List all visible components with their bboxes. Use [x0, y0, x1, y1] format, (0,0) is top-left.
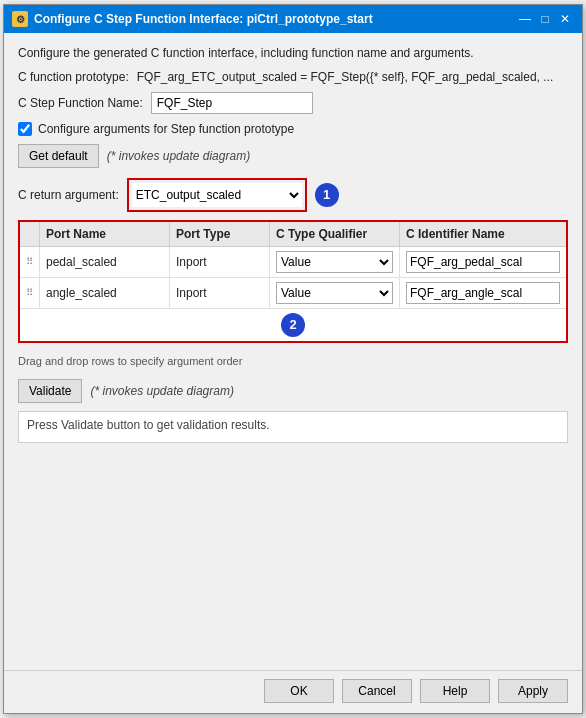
content-area: Configure the generated C function inter…: [4, 33, 582, 670]
cancel-button[interactable]: Cancel: [342, 679, 412, 703]
drag-handle-2[interactable]: ⠿: [20, 278, 40, 308]
header-port-type: Port Type: [170, 222, 270, 246]
return-arg-dropdown-box: ETC_output_scaled: [127, 178, 307, 212]
port-type-2: Inport: [170, 278, 270, 308]
table-row: ⠿ pedal_scaled Inport Value: [20, 247, 566, 278]
prototype-value: FQF_arg_ETC_output_scaled = FQF_Step({* …: [137, 70, 554, 84]
configure-args-checkbox[interactable]: [18, 122, 32, 136]
header-port-name: Port Name: [40, 222, 170, 246]
qualifier-cell-1: Value: [270, 247, 400, 277]
return-arg-section: C return argument: ETC_output_scaled 1: [18, 178, 568, 212]
invoke-text-1: (* invokes update diagram): [107, 149, 250, 163]
drag-hint: Drag and drop rows to specify argument o…: [18, 355, 568, 367]
title-bar-left: ⚙ Configure C Step Function Interface: p…: [12, 11, 373, 27]
validate-button[interactable]: Validate: [18, 379, 82, 403]
ok-button[interactable]: OK: [264, 679, 334, 703]
header-drag: [20, 222, 40, 246]
window-title: Configure C Step Function Interface: piC…: [34, 12, 373, 26]
header-qualifier: C Type Qualifier: [270, 222, 400, 246]
identifier-cell-2: [400, 278, 566, 308]
badge-1: 1: [315, 183, 339, 207]
step-name-input[interactable]: [151, 92, 313, 114]
close-button[interactable]: ✕: [556, 10, 574, 28]
validation-box: Press Validate button to get validation …: [18, 411, 568, 443]
step-name-label: C Step Function Name:: [18, 96, 143, 110]
identifier-input-2[interactable]: [406, 282, 560, 304]
table-row: ⠿ angle_scaled Inport Value: [20, 278, 566, 309]
table-section: Port Name Port Type C Type Qualifier C I…: [18, 220, 568, 343]
prototype-row: C function prototype: FQF_arg_ETC_output…: [18, 70, 568, 84]
configure-args-label: Configure arguments for Step function pr…: [38, 122, 294, 136]
step-name-row: C Step Function Name:: [18, 92, 568, 114]
get-default-button[interactable]: Get default: [18, 144, 99, 168]
port-name-2: angle_scaled: [40, 278, 170, 308]
qualifier-select-1[interactable]: Value: [276, 251, 393, 273]
return-arg-select[interactable]: ETC_output_scaled: [132, 183, 302, 207]
window-icon: ⚙: [12, 11, 28, 27]
title-bar: ⚙ Configure C Step Function Interface: p…: [4, 5, 582, 33]
invoke-text-2: (* invokes update diagram): [90, 384, 233, 398]
identifier-cell-1: [400, 247, 566, 277]
port-name-1: pedal_scaled: [40, 247, 170, 277]
get-default-row: Get default (* invokes update diagram): [18, 144, 568, 168]
validate-row: Validate (* invokes update diagram): [18, 379, 568, 403]
title-bar-controls: — □ ✕: [516, 10, 574, 28]
minimize-button[interactable]: —: [516, 10, 534, 28]
identifier-input-1[interactable]: [406, 251, 560, 273]
description-text: Configure the generated C function inter…: [18, 45, 568, 62]
prototype-label: C function prototype:: [18, 70, 129, 84]
maximize-button[interactable]: □: [536, 10, 554, 28]
validation-message: Press Validate button to get validation …: [27, 418, 270, 432]
header-identifier: C Identifier Name: [400, 222, 566, 246]
footer: OK Cancel Help Apply: [4, 670, 582, 713]
apply-button[interactable]: Apply: [498, 679, 568, 703]
qualifier-cell-2: Value: [270, 278, 400, 308]
drag-handle-1[interactable]: ⠿: [20, 247, 40, 277]
port-type-1: Inport: [170, 247, 270, 277]
qualifier-select-2[interactable]: Value: [276, 282, 393, 304]
checkbox-row: Configure arguments for Step function pr…: [18, 122, 568, 136]
badge-2: 2: [281, 313, 305, 337]
badge-row: 2: [20, 309, 566, 341]
main-window: ⚙ Configure C Step Function Interface: p…: [3, 4, 583, 714]
help-button[interactable]: Help: [420, 679, 490, 703]
table-header: Port Name Port Type C Type Qualifier C I…: [20, 222, 566, 247]
return-arg-label: C return argument:: [18, 188, 119, 202]
